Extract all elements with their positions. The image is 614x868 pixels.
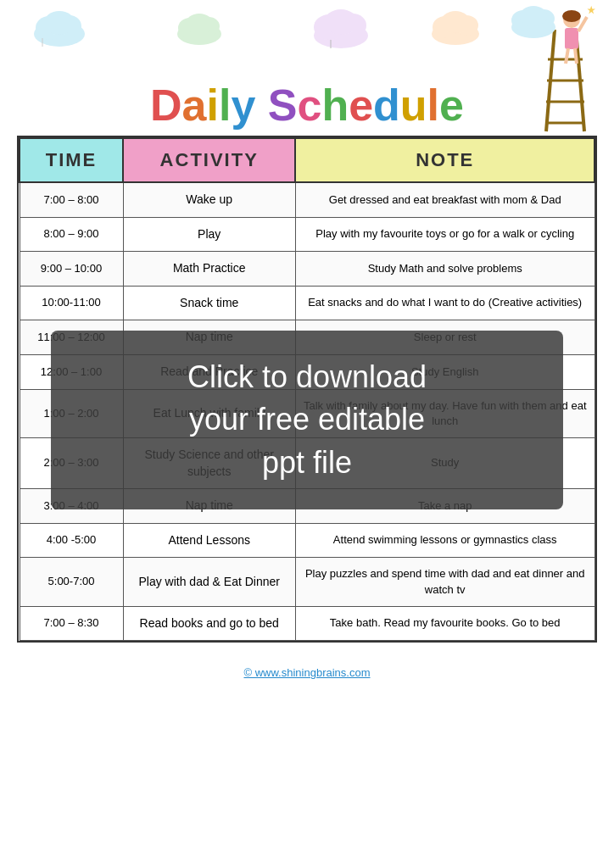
header: Daily Schedule [0,0,614,136]
activity-cell: Play [123,217,295,252]
time-cell: 7:00 – 8:30 [20,606,123,641]
time-header: TIME [20,138,123,182]
svg-point-19 [441,11,470,33]
page-wrapper: Daily Schedule TIME ACTIVITY NOTE 7:00 –… [0,0,614,868]
svg-line-30 [575,48,577,64]
svg-rect-28 [565,28,578,49]
activity-header: ACTIVITY [123,138,295,182]
note-cell: Eat snacks and do what I want to do (Cre… [295,286,594,320]
note-cell: Attend swimming lessons or gymnastics cl… [295,523,594,558]
table-row: 5:00-7:00Play with dad & Eat DinnerPlay … [20,558,594,606]
overlay-line2: your free editable [189,402,425,437]
cloud-2 [170,7,229,45]
cloud-1 [25,4,93,47]
cloud-3 [305,2,377,48]
svg-point-3 [44,11,75,35]
svg-marker-32 [587,6,595,14]
time-cell: 5:00-7:00 [20,558,123,606]
time-cell: 9:00 – 10:00 [20,252,123,287]
overlay-line1: Click to download [187,359,427,394]
download-overlay[interactable]: Click to download your free editable ppt… [51,331,563,509]
svg-point-9 [186,14,213,34]
svg-point-13 [324,9,358,35]
svg-line-29 [566,48,568,64]
svg-point-27 [562,10,581,22]
time-cell: 8:00 – 9:00 [20,217,123,252]
overlay-text: Click to download your free editable ppt… [187,356,427,484]
table-row: 7:00 – 8:30Read books and go to bedTake … [20,606,594,641]
activity-cell: Attend Lessons [123,523,295,558]
table-row: 9:00 – 10:00Math PracticeStudy Math and … [20,252,594,287]
table-header-row: TIME ACTIVITY NOTE [20,138,594,182]
table-row: 8:00 – 9:00PlayPlay with my favourite to… [20,217,594,252]
note-cell: Play puzzles and spend time with dad and… [295,558,594,606]
activity-cell: Read books and go to bed [123,606,295,641]
time-cell: 7:00 – 8:00 [20,182,123,217]
activity-cell: Snack time [123,286,295,320]
activity-cell: Play with dad & Eat Dinner [123,558,295,606]
note-cell: Play with my favourite toys or go for a … [295,217,594,252]
table-row: 4:00 -5:00Attend LessonsAttend swimming … [20,523,594,558]
svg-point-36 [520,6,547,26]
time-cell: 4:00 -5:00 [20,523,123,558]
page-title: Daily Schedule [150,83,464,127]
activity-cell: Math Practice [123,252,295,287]
note-header: NOTE [295,138,594,182]
footer: © www.shiningbrains.com [0,659,614,686]
overlay-line3: ppt file [262,445,352,480]
table-row: 10:00-11:00Snack timeEat snacks and do w… [20,286,594,320]
cloud-5 [504,0,563,38]
note-cell: Get dressed and eat breakfast with mom &… [295,182,594,217]
table-row: 7:00 – 8:00Wake upGet dressed and eat br… [20,182,594,217]
cloud-4 [424,4,488,45]
note-cell: Study Math and solve problems [295,252,594,287]
time-cell: 10:00-11:00 [20,286,123,320]
website-url: © www.shiningbrains.com [243,666,370,679]
activity-cell: Wake up [123,182,295,217]
note-cell: Take bath. Read my favourite books. Go t… [295,606,594,641]
